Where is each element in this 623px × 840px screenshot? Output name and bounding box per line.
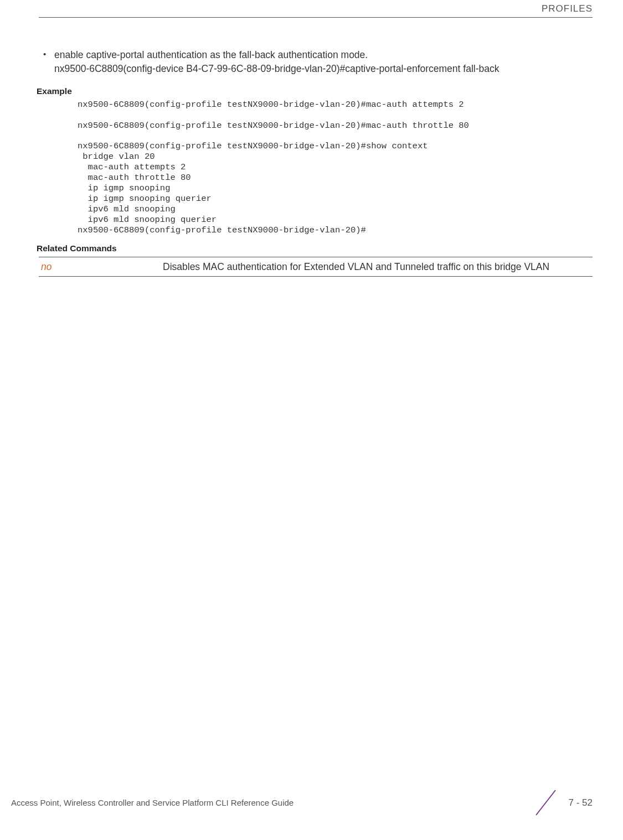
page: PROFILES • enable captive-portal authent… — [0, 0, 623, 840]
page-footer: Access Point, Wireless Controller and Se… — [0, 787, 623, 818]
table-row: no Disables MAC authentication for Exten… — [39, 257, 593, 277]
bullet-line-2: nx9500-6C8809(config-device B4-C7-99-6C-… — [54, 63, 499, 74]
bullet-text: enable captive-portal authentication as … — [54, 48, 593, 76]
slash-icon — [531, 787, 561, 818]
section-title: PROFILES — [542, 3, 593, 14]
footer-line: Access Point, Wireless Controller and Se… — [11, 787, 593, 818]
content-body: • enable captive-portal authentication a… — [39, 18, 593, 277]
footer-right: 7 - 52 — [531, 787, 593, 818]
example-code: nx9500-6C8809(config-profile testNX9000-… — [78, 100, 593, 236]
command-description: Disables MAC authentication for Extended… — [161, 257, 593, 277]
page-number: 7 - 52 — [569, 797, 593, 808]
bullet-icon: • — [43, 48, 54, 76]
bullet-line-1: enable captive-portal authentication as … — [54, 49, 368, 60]
page-header: PROFILES — [39, 0, 593, 18]
bullet-item: • enable captive-portal authentication a… — [43, 48, 593, 76]
example-heading: Example — [37, 86, 593, 96]
related-commands-heading: Related Commands — [37, 243, 593, 253]
command-name: no — [39, 257, 161, 277]
footer-title: Access Point, Wireless Controller and Se… — [11, 798, 294, 807]
related-commands-table: no Disables MAC authentication for Exten… — [39, 257, 593, 277]
svg-line-0 — [536, 790, 555, 815]
